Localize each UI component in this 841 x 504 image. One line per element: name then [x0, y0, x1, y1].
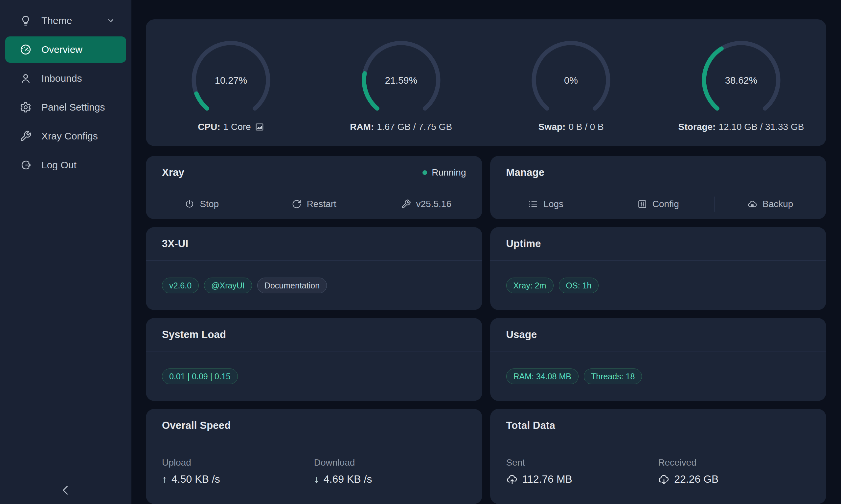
total-data-card-header: Total Data	[490, 409, 826, 442]
ram-gauge-block: 21.59% RAM:1.67 GB / 7.75 GB	[319, 39, 483, 132]
storage-percent: 38.62%	[725, 75, 757, 86]
channel-tag[interactable]: @XrayUI	[204, 277, 252, 294]
sidebar-item-logout[interactable]: Log Out	[5, 152, 126, 178]
sliders-icon	[637, 199, 647, 209]
cpu-history-chart-icon[interactable]	[255, 122, 264, 131]
os-uptime-tag: OS: 1h	[559, 277, 599, 294]
threads-tag: Threads: 18	[584, 368, 642, 384]
system-load-tags: 0.01 | 0.09 | 0.15	[146, 352, 482, 401]
chevron-down-icon	[106, 16, 115, 25]
upload-value: ↑ 4.50 KB /s	[162, 473, 314, 485]
status-dot	[423, 170, 427, 175]
overall-speed-body: Upload ↑ 4.50 KB /s Download ↓ 4.69 KB /…	[146, 442, 482, 485]
card-title: Overall Speed	[162, 420, 230, 431]
power-icon	[185, 199, 194, 209]
bulb-icon	[20, 15, 32, 26]
total-data-body: Sent 112.76 MB Received	[490, 442, 826, 485]
xray-actions: Stop Restart v25.5.16	[146, 189, 482, 219]
sidebar-item-label: Log Out	[41, 160, 76, 170]
version-tag[interactable]: v2.6.0	[162, 277, 199, 294]
storage-gauge: 38.62%	[700, 39, 782, 121]
sidebar-item-label: Theme	[41, 15, 72, 26]
manage-card: Manage Logs	[490, 156, 826, 219]
stop-button[interactable]: Stop	[146, 189, 258, 219]
card-title: Usage	[506, 329, 537, 341]
sidebar-item-xray-configs[interactable]: Xray Configs	[5, 123, 126, 149]
ram-gauge: 21.59%	[360, 39, 442, 121]
ram-usage-tag: RAM: 34.08 MB	[506, 368, 579, 384]
uptime-card: Uptime Xray: 2m OS: 1h	[490, 227, 826, 310]
speedometer-icon	[20, 43, 32, 55]
system-stats-card: 10.27% CPU:1 Core 21.59% RAM:1.67 GB / 7…	[146, 19, 826, 146]
logout-icon	[20, 159, 32, 171]
xray-uptime-tag: Xray: 2m	[506, 277, 553, 294]
received-value: 22.26 GB	[658, 473, 810, 485]
list-icon	[528, 199, 538, 209]
load-average-tag: 0.01 | 0.09 | 0.15	[162, 368, 238, 384]
sidebar-item-theme[interactable]: Theme	[5, 7, 126, 34]
collapse-sidebar-icon[interactable]	[58, 483, 73, 498]
xray-version-button[interactable]: v25.5.16	[370, 189, 482, 219]
logs-button[interactable]: Logs	[490, 189, 602, 219]
documentation-tag[interactable]: Documentation	[257, 277, 327, 294]
xui-tags: v2.6.0 @XrayUI Documentation	[146, 260, 482, 310]
cloud-backup-icon	[748, 199, 757, 209]
swap-label: Swap:0 B / 0 B	[538, 122, 604, 132]
sidebar-item-overview[interactable]: Overview	[5, 36, 126, 63]
sidebar-item-inbounds[interactable]: Inbounds	[5, 65, 126, 92]
overall-speed-card: Overall Speed Upload ↑ 4.50 KB /s Downlo…	[146, 409, 482, 504]
system-load-card-header: System Load	[146, 318, 482, 352]
card-title: 3X-UI	[162, 238, 188, 250]
manage-card-header: Manage	[490, 156, 826, 189]
xray-card: Xray Running Stop Res	[146, 156, 482, 219]
sidebar-item-panel-settings[interactable]: Panel Settings	[5, 94, 126, 121]
config-button[interactable]: Config	[602, 189, 714, 219]
received-stat: Received 22.26 GB	[658, 457, 810, 485]
card-title: Uptime	[506, 238, 541, 250]
sent-value: 112.76 MB	[506, 473, 658, 485]
wrench-icon	[20, 130, 32, 142]
restart-button[interactable]: Restart	[258, 189, 370, 219]
upload-label: Upload	[162, 457, 314, 468]
cloud-download-icon	[658, 473, 670, 485]
ram-percent: 21.59%	[385, 75, 417, 86]
download-label: Download	[314, 457, 466, 468]
sidebar-item-label: Xray Configs	[41, 131, 98, 142]
usage-card: Usage RAM: 34.08 MB Threads: 18	[490, 318, 826, 401]
cpu-percent: 10.27%	[215, 75, 247, 86]
manage-actions: Logs Config	[490, 189, 826, 219]
upload-stat: Upload ↑ 4.50 KB /s	[162, 457, 314, 485]
uptime-tags: Xray: 2m OS: 1h	[490, 260, 826, 310]
download-value: ↓ 4.69 KB /s	[314, 473, 466, 485]
cpu-label: CPU:1 Core	[198, 122, 264, 132]
user-icon	[20, 73, 32, 84]
arrow-down-icon: ↓	[314, 473, 319, 485]
usage-tags: RAM: 34.08 MB Threads: 18	[490, 352, 826, 401]
ram-label: RAM:1.67 GB / 7.75 GB	[350, 122, 452, 132]
sidebar: Theme Overview Inbounds Panel Settings	[0, 0, 132, 504]
restart-icon	[292, 199, 302, 209]
xui-card-header: 3X-UI	[146, 227, 482, 260]
card-title: Xray	[162, 167, 184, 179]
sidebar-item-label: Panel Settings	[41, 102, 105, 113]
cloud-upload-icon	[506, 473, 518, 485]
gear-icon	[20, 102, 32, 113]
system-load-card: System Load 0.01 | 0.09 | 0.15	[146, 318, 482, 401]
xray-card-header: Xray Running	[146, 156, 482, 189]
card-title: Manage	[506, 167, 545, 179]
cpu-gauge-block: 10.27% CPU:1 Core	[149, 39, 312, 132]
uptime-card-header: Uptime	[490, 227, 826, 260]
swap-gauge-block: 0% Swap:0 B / 0 B	[490, 39, 653, 132]
backup-button[interactable]: Backup	[715, 189, 826, 219]
overall-speed-card-header: Overall Speed	[146, 409, 482, 442]
sent-stat: Sent 112.76 MB	[506, 457, 658, 485]
arrow-up-icon: ↑	[162, 473, 167, 485]
received-label: Received	[658, 457, 810, 468]
swap-percent: 0%	[564, 75, 578, 86]
download-stat: Download ↓ 4.69 KB /s	[314, 457, 466, 485]
cpu-gauge: 10.27%	[190, 39, 272, 121]
sent-label: Sent	[506, 457, 658, 468]
main-content: 10.27% CPU:1 Core 21.59% RAM:1.67 GB / 7…	[132, 0, 841, 504]
sidebar-item-label: Inbounds	[41, 73, 82, 84]
swap-gauge: 0%	[530, 39, 612, 121]
